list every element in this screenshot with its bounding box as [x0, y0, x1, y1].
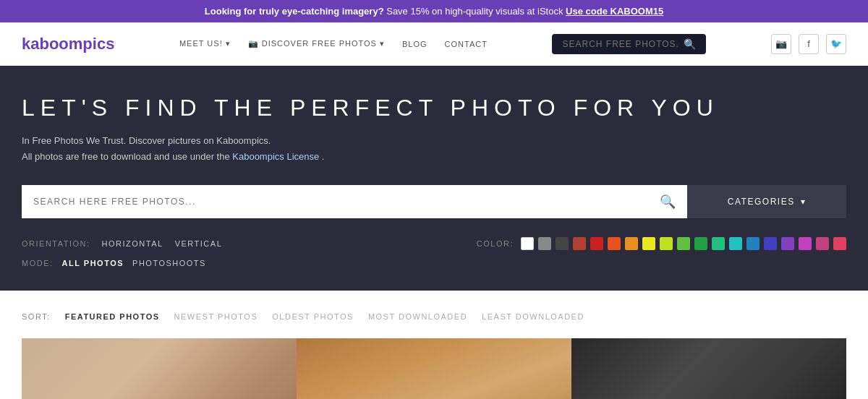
- color-swatch-teal[interactable]: [712, 237, 725, 250]
- orientation-group: ORIENTATION: HORIZONTAL VERTICAL: [22, 239, 222, 248]
- photo-grid: [22, 338, 846, 399]
- photo-image-2: [297, 338, 571, 399]
- color-swatch-magenta[interactable]: [799, 237, 812, 250]
- kaboompics-license-link[interactable]: Kaboompics License: [232, 151, 319, 162]
- search-main: 🔍: [22, 185, 687, 218]
- logo[interactable]: kaboompics: [22, 35, 114, 53]
- banner-cta[interactable]: Use code KABOOM15: [566, 6, 663, 17]
- top-banner: Looking for truly eye-catching imagery? …: [0, 0, 868, 22]
- photo-card-1[interactable]: [22, 338, 297, 399]
- photo-card-2[interactable]: [297, 338, 571, 399]
- hero-section: LET'S FIND THE PERFECT PHOTO FOR YOU In …: [0, 66, 868, 291]
- orientation-vertical[interactable]: VERTICAL: [175, 239, 223, 248]
- mode-label: MODE:: [22, 259, 54, 267]
- nav-discover[interactable]: 📷 DISCOVER FREE PHOTOS ▾: [248, 39, 385, 48]
- color-label: COLOR:: [477, 239, 514, 248]
- color-swatch-yellow[interactable]: [642, 237, 655, 250]
- color-swatch-hotpink[interactable]: [833, 237, 846, 250]
- photo-image-1: [22, 338, 297, 399]
- hero-title: LET'S FIND THE PERFECT PHOTO FOR YOU: [22, 95, 846, 121]
- facebook-icon[interactable]: f: [799, 34, 819, 54]
- sort-featured[interactable]: FEATURED PHOTOS: [65, 312, 160, 321]
- sort-least-downloaded[interactable]: LEAST DOWNLOADED: [482, 312, 584, 321]
- color-swatch-cyan[interactable]: [729, 237, 742, 250]
- color-swatch-amber[interactable]: [625, 237, 638, 250]
- photo-card-3[interactable]: [571, 338, 846, 399]
- color-swatch-purple[interactable]: [781, 237, 794, 250]
- color-swatch-green[interactable]: [677, 237, 690, 250]
- banner-subtext: Save 15% on high-quality visuals at iSto…: [386, 6, 566, 17]
- main-search-input[interactable]: [33, 197, 660, 207]
- color-swatch-orange[interactable]: [608, 237, 621, 250]
- navbar: kaboompics MEET US! ▾ 📷 DISCOVER FREE PH…: [0, 22, 868, 66]
- banner-text: Looking for truly eye-catching imagery?: [205, 6, 384, 17]
- color-swatch-darkblue[interactable]: [764, 237, 777, 250]
- nav-contact[interactable]: CONTACT: [445, 40, 488, 48]
- orientation-horizontal[interactable]: HORIZONTAL: [102, 239, 163, 248]
- camera-icon: 📷: [248, 39, 259, 48]
- nav-blog[interactable]: BLOG: [402, 40, 427, 48]
- search-row: 🔍 CATEGORIES ▾: [22, 185, 846, 218]
- hero-subtitle-line2: All photos are free to download and use …: [22, 151, 232, 162]
- navbar-search-icon[interactable]: 🔍: [684, 38, 696, 50]
- filters-row: ORIENTATION: HORIZONTAL VERTICAL COLOR:: [22, 233, 846, 253]
- hero-subtitle-end: .: [322, 151, 325, 162]
- color-swatch-white[interactable]: [521, 237, 534, 250]
- color-swatch-gray[interactable]: [538, 237, 551, 250]
- content-section: SORT: FEATURED PHOTOS NEWEST PHOTOS OLDE…: [0, 291, 868, 399]
- mode-photoshoots[interactable]: PHOTOSHOOTS: [132, 259, 206, 267]
- social-icons: 📷 f 🐦: [771, 34, 846, 54]
- sort-label: SORT:: [22, 312, 51, 321]
- hero-subtitle-line1: In Free Photos We Trust. Discover pictur…: [22, 135, 271, 146]
- twitter-icon[interactable]: 🐦: [826, 34, 846, 54]
- color-swatch-red[interactable]: [590, 237, 603, 250]
- hero-subtitle: In Free Photos We Trust. Discover pictur…: [22, 133, 846, 165]
- mode-row: MODE: ALL PHOTOS PHOTOSHOOTS: [22, 253, 846, 269]
- color-filter-group: COLOR:: [477, 237, 846, 250]
- sort-newest[interactable]: NEWEST PHOTOS: [174, 312, 258, 321]
- logo-main: kaboom: [22, 35, 82, 53]
- sort-row: SORT: FEATURED PHOTOS NEWEST PHOTOS OLDE…: [22, 312, 846, 321]
- navbar-search: 🔍: [552, 34, 706, 54]
- instagram-icon[interactable]: 📷: [771, 34, 791, 54]
- color-swatch-blue[interactable]: [746, 237, 760, 250]
- color-swatch-darkgray[interactable]: [556, 237, 569, 250]
- mode-all-photos[interactable]: ALL PHOTOS: [62, 259, 124, 267]
- sort-oldest[interactable]: OLDEST PHOTOS: [272, 312, 354, 321]
- search-icon[interactable]: 🔍: [660, 194, 676, 210]
- color-swatch-darkgreen[interactable]: [694, 237, 707, 250]
- navbar-search-input[interactable]: [562, 39, 678, 49]
- sort-most-downloaded[interactable]: MOST DOWNLOADED: [368, 312, 467, 321]
- color-swatch-brown[interactable]: [573, 237, 586, 250]
- nav-links: MEET US! ▾ 📷 DISCOVER FREE PHOTOS ▾ BLOG…: [179, 39, 488, 48]
- logo-accent: pics: [82, 35, 114, 53]
- color-swatch-lime[interactable]: [660, 237, 673, 250]
- photo-image-3: [571, 338, 846, 399]
- nav-meet-us[interactable]: MEET US! ▾: [179, 39, 231, 48]
- orientation-label: ORIENTATION:: [22, 239, 90, 248]
- categories-chevron-icon: ▾: [801, 197, 807, 207]
- categories-button[interactable]: CATEGORIES ▾: [687, 185, 846, 218]
- color-swatch-pink[interactable]: [816, 237, 829, 250]
- categories-label: CATEGORIES: [728, 197, 795, 207]
